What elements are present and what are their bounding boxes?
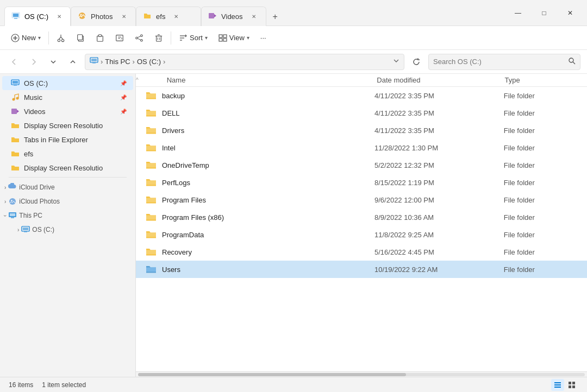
folder-icon-4 — [145, 159, 158, 172]
sort-icon — [179, 34, 188, 42]
horizontal-scrollbar[interactable] — [136, 371, 587, 377]
tiles-view-icon — [568, 381, 576, 389]
file-name-6: Program Files — [162, 196, 370, 204]
path-bar[interactable]: › This PC › OS (C:) › — [85, 54, 404, 70]
cut-button[interactable] — [52, 31, 70, 45]
sidebar-folder-icon-1 — [11, 121, 20, 130]
toolbar-separator-1 — [48, 31, 49, 45]
tab-videos-close[interactable]: ✕ — [249, 12, 258, 21]
new-button[interactable]: New ▾ — [7, 31, 45, 45]
svg-marker-6 — [214, 14, 216, 17]
tiles-view-button[interactable] — [565, 379, 578, 391]
table-row[interactable]: Users 10/19/2022 9:22 AM File folder — [136, 261, 587, 278]
search-input[interactable] — [433, 58, 568, 66]
tab-photos[interactable]: Photos ✕ — [71, 7, 136, 26]
sidebar-os-c-group[interactable]: › OS (C:) — [0, 222, 135, 236]
svg-line-43 — [573, 62, 575, 64]
table-row[interactable]: Program Files (x86) 8/9/2022 10:36 AM Fi… — [136, 208, 587, 226]
close-button[interactable]: ✕ — [558, 4, 583, 22]
file-type-9: File folder — [499, 248, 587, 256]
main-content: OS (C:) 📌 Music 📌 Videos 📌 Display Scree… — [0, 74, 587, 377]
table-row[interactable]: Program Files 9/6/2022 12:00 PM File fol… — [136, 191, 587, 208]
details-view-button[interactable] — [551, 379, 564, 391]
refresh-button[interactable] — [409, 54, 424, 69]
share-button[interactable] — [130, 31, 148, 45]
svg-point-4 — [80, 14, 82, 16]
sidebar-item-display2[interactable]: Display Screen Resolutio — [2, 161, 133, 175]
col-type-header[interactable]: Type — [501, 76, 587, 84]
sidebar-this-pc[interactable]: › This PC — [0, 208, 135, 222]
col-name-header[interactable]: Name — [141, 76, 373, 84]
col-date-header[interactable]: Date modified — [372, 76, 500, 84]
path-dropdown-button[interactable] — [393, 58, 399, 66]
sidebar-item-display1[interactable]: Display Screen Resolutio — [2, 118, 133, 132]
file-date-5: 8/15/2022 1:19 PM — [370, 179, 499, 187]
rename-icon — [115, 34, 124, 42]
sidebar-icloud-drive[interactable]: › iCloud Drive — [0, 180, 135, 194]
table-row[interactable]: PerfLogs 8/15/2022 1:19 PM File folder — [136, 174, 587, 191]
copy-button[interactable] — [72, 31, 89, 45]
sort-dropdown-arrow: ▾ — [205, 35, 208, 41]
hscroll-thumb — [138, 373, 406, 376]
toolbar-separator-2 — [171, 31, 171, 45]
tab-os-c[interactable]: OS (C:) ✕ — [4, 7, 71, 26]
sidebar-item-os-c[interactable]: OS (C:) 📌 — [2, 76, 133, 90]
address-bar: › This PC › OS (C:) › — [0, 50, 587, 74]
maximize-button[interactable]: □ — [532, 4, 557, 22]
delete-button[interactable] — [150, 31, 167, 45]
table-row[interactable]: ProgramData 11/8/2022 9:25 AM File folde… — [136, 226, 587, 243]
file-date-0: 4/11/2022 3:35 PM — [370, 92, 499, 100]
file-name-0: backup — [162, 92, 370, 100]
tab-efs[interactable]: efs ✕ — [136, 7, 201, 26]
file-name-1: DELL — [162, 109, 370, 117]
sidebar-display2-label: Display Screen Resolutio — [24, 164, 103, 172]
up-button[interactable] — [65, 54, 80, 69]
tab-photos-icon — [78, 11, 86, 22]
folder-icon-8 — [145, 228, 158, 241]
recent-locations-button[interactable] — [46, 54, 61, 69]
sidebar-icloud-photos[interactable]: › iCloud Photos — [0, 194, 135, 208]
table-row[interactable]: Recovery 5/16/2022 4:45 PM File folder — [136, 243, 587, 261]
path-computer-icon — [90, 56, 98, 67]
folder-icon-9 — [145, 245, 158, 258]
tab-photos-close[interactable]: ✕ — [120, 12, 128, 21]
status-bar: 16 items 1 item selected — [0, 377, 587, 392]
forward-button[interactable] — [26, 54, 41, 69]
file-date-9: 5/16/2022 4:45 PM — [370, 248, 499, 256]
search-bar[interactable] — [428, 54, 580, 70]
sidebar-item-videos[interactable]: Videos 📌 — [2, 104, 133, 118]
back-button[interactable] — [7, 54, 22, 69]
sort-button[interactable]: Sort ▾ — [174, 31, 212, 45]
path-os-c[interactable]: OS (C:) — [137, 58, 161, 66]
table-row[interactable]: Intel 11/28/2022 1:30 PM File folder — [136, 139, 587, 156]
sidebar-os-c-group-label: OS (C:) — [32, 226, 54, 233]
table-row[interactable]: OneDriveTemp 5/2/2022 12:32 PM File fold… — [136, 156, 587, 174]
icloud-photos-expander: › — [4, 199, 6, 205]
svg-point-24 — [141, 39, 143, 41]
paste-button[interactable] — [91, 31, 109, 45]
table-row[interactable]: Drivers 4/11/2022 3:35 PM File folder — [136, 122, 587, 139]
file-name-5: PerfLogs — [162, 179, 370, 187]
sidebar-icloud-photos-label: iCloud Photos — [19, 198, 60, 205]
svg-rect-49 — [11, 109, 17, 114]
this-pc-expander: › — [2, 214, 8, 216]
path-sep-1: › — [101, 58, 103, 66]
sidebar-item-music[interactable]: Music 📌 — [2, 90, 133, 104]
path-this-pc[interactable]: This PC — [105, 58, 130, 66]
sidebar-item-efs[interactable]: efs — [2, 147, 133, 161]
table-row[interactable]: DELL 4/11/2022 3:35 PM File folder — [136, 104, 587, 122]
new-tab-button[interactable]: + — [266, 8, 284, 26]
file-date-7: 8/9/2022 10:36 AM — [370, 213, 499, 222]
tab-os-c-close[interactable]: ✕ — [55, 12, 64, 21]
sidebar-item-tabs[interactable]: Tabs in File Explorer — [2, 132, 133, 147]
tab-efs-close[interactable]: ✕ — [172, 12, 180, 21]
search-icon[interactable] — [568, 57, 576, 66]
view-button[interactable]: View ▾ — [214, 31, 254, 45]
more-button[interactable]: ··· — [256, 31, 271, 45]
tab-videos[interactable]: Videos ✕ — [201, 7, 266, 26]
svg-rect-63 — [572, 382, 575, 384]
table-row[interactable]: backup 4/11/2022 3:35 PM File folder — [136, 87, 587, 104]
minimize-button[interactable]: — — [505, 4, 530, 22]
rename-button[interactable] — [111, 31, 128, 45]
file-name-10: Users — [162, 265, 370, 274]
